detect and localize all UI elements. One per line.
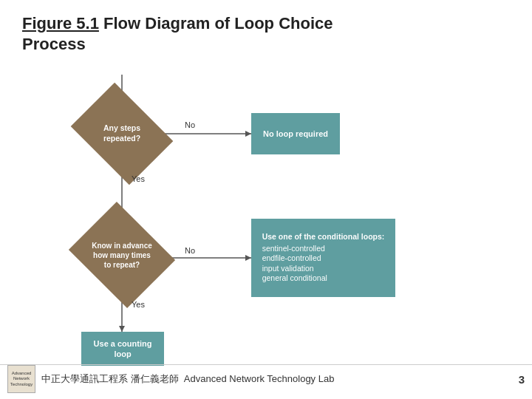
box2-conditional-loops: Use one of the conditional loops: sentin…	[251, 219, 395, 297]
logo-line2: Network	[13, 376, 30, 381]
diamond1-wrapper: Any steps repeated?	[81, 103, 163, 165]
diagram-area: Any steps repeated? Know in advance how …	[22, 60, 510, 378]
svg-marker-9	[119, 326, 125, 332]
title-figure-ref: Figure 5.1	[22, 14, 99, 33]
box1-no-loop: No loop required	[251, 113, 340, 154]
page-number: 3	[519, 373, 525, 386]
box2-text: Use one of the conditional loops: sentin…	[262, 232, 385, 284]
yes-label-1: Yes	[132, 174, 145, 183]
no-label-1: No	[185, 120, 195, 129]
title-main: Flow Diagram of Loop Choice	[99, 14, 333, 33]
diamond1-label: Any steps repeated?	[91, 123, 154, 143]
box3-counting-loop: Use a counting loop	[81, 332, 164, 366]
svg-marker-3	[245, 131, 251, 137]
title-line2: Process	[22, 35, 86, 53]
slide-title: Figure 5.1 Flow Diagram of Loop Choice P…	[22, 13, 510, 54]
footer: Advanced Network Technology 中正大學通訊工程系 潘仁…	[0, 364, 532, 393]
no-label-2: No	[185, 246, 195, 255]
footer-institution: 中正大學通訊工程系 潘仁義老師 Advanced Network Technol…	[41, 372, 519, 386]
logo-line3: Technology	[10, 382, 33, 387]
footer-logo: Advanced Network Technology	[7, 365, 35, 393]
logo-line1: Advanced	[12, 371, 32, 376]
yes-label-2: Yes	[132, 300, 145, 309]
diamond2-label: Know in advance how many times to repeat…	[89, 241, 154, 270]
diamond2-wrapper: Know in advance how many times to repeat…	[81, 221, 163, 289]
slide: Figure 5.1 Flow Diagram of Loop Choice P…	[0, 0, 532, 399]
svg-marker-7	[245, 255, 251, 261]
